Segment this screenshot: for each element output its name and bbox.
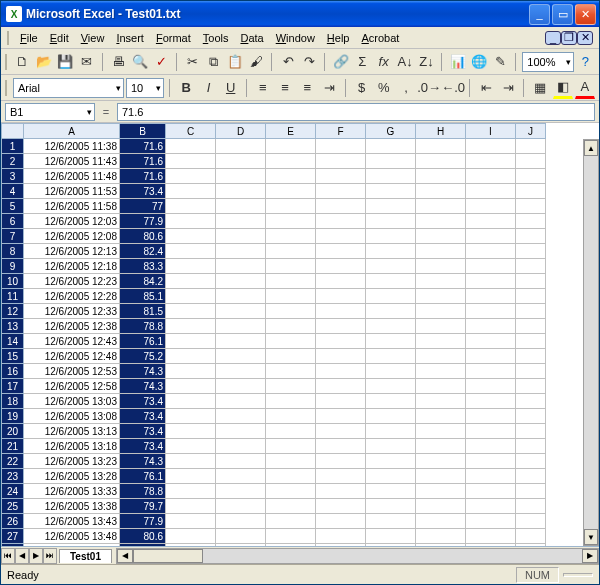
cell[interactable] <box>166 154 216 169</box>
cell[interactable]: 12/6/2005 13:03 <box>24 394 120 409</box>
cell[interactable]: 78.8 <box>120 319 166 334</box>
cell[interactable]: 12/6/2005 13:18 <box>24 439 120 454</box>
cell[interactable] <box>216 409 266 424</box>
cell[interactable]: 12/6/2005 13:48 <box>24 529 120 544</box>
menu-file[interactable]: File <box>14 30 44 46</box>
cell[interactable]: 12/6/2005 12:23 <box>24 274 120 289</box>
cell[interactable]: 73.4 <box>120 409 166 424</box>
cell[interactable] <box>266 469 316 484</box>
cell[interactable] <box>466 169 516 184</box>
cell[interactable] <box>466 469 516 484</box>
cell[interactable]: 76.1 <box>120 469 166 484</box>
cell[interactable] <box>466 229 516 244</box>
cell[interactable] <box>516 304 546 319</box>
cell[interactable] <box>416 229 466 244</box>
cell[interactable] <box>516 454 546 469</box>
cell[interactable] <box>316 334 366 349</box>
cell[interactable]: 12/6/2005 13:13 <box>24 424 120 439</box>
cell[interactable]: 12/6/2005 11:58 <box>24 199 120 214</box>
cell[interactable] <box>216 229 266 244</box>
row-header[interactable]: 25 <box>2 499 24 514</box>
row-header[interactable]: 8 <box>2 244 24 259</box>
cell[interactable] <box>166 259 216 274</box>
cell[interactable]: 12/6/2005 12:58 <box>24 379 120 394</box>
name-box[interactable]: B1 <box>5 103 95 121</box>
cell[interactable] <box>416 274 466 289</box>
cell[interactable] <box>166 544 216 547</box>
print-button[interactable]: 🖶 <box>109 51 128 73</box>
cell[interactable] <box>516 229 546 244</box>
cell[interactable] <box>416 544 466 547</box>
cell[interactable] <box>216 469 266 484</box>
undo-button[interactable]: ↶ <box>278 51 297 73</box>
col-header-F[interactable]: F <box>316 124 366 139</box>
cell[interactable] <box>516 514 546 529</box>
cell[interactable] <box>216 379 266 394</box>
cell[interactable] <box>316 514 366 529</box>
currency-button[interactable]: $ <box>351 77 371 99</box>
scroll-down-button[interactable]: ▼ <box>584 529 598 545</box>
cell[interactable] <box>366 424 416 439</box>
cell[interactable] <box>416 199 466 214</box>
cell[interactable] <box>266 214 316 229</box>
percent-button[interactable]: % <box>374 77 394 99</box>
col-header-B[interactable]: B <box>120 124 166 139</box>
cell[interactable] <box>416 424 466 439</box>
cell[interactable] <box>366 319 416 334</box>
col-header-H[interactable]: H <box>416 124 466 139</box>
cell[interactable] <box>316 259 366 274</box>
cell[interactable] <box>316 349 366 364</box>
cell[interactable] <box>316 469 366 484</box>
cell[interactable] <box>316 379 366 394</box>
format-painter-button[interactable]: 🖌 <box>247 51 266 73</box>
cell[interactable]: 12/6/2005 13:28 <box>24 469 120 484</box>
tab-last-button[interactable]: ⏭ <box>43 548 57 564</box>
comma-button[interactable]: , <box>396 77 416 99</box>
cell[interactable]: 74.3 <box>120 379 166 394</box>
cell[interactable] <box>266 484 316 499</box>
cell[interactable] <box>166 169 216 184</box>
cell[interactable] <box>266 334 316 349</box>
cell[interactable]: 12/6/2005 13:23 <box>24 454 120 469</box>
cell[interactable] <box>366 544 416 547</box>
autosum-button[interactable]: Σ <box>353 51 372 73</box>
cell[interactable]: 12/6/2005 12:38 <box>24 319 120 334</box>
cell[interactable] <box>416 439 466 454</box>
col-header-J[interactable]: J <box>516 124 546 139</box>
bold-button[interactable]: B <box>176 77 196 99</box>
cell[interactable] <box>416 349 466 364</box>
scroll-left-button[interactable]: ◀ <box>117 549 133 563</box>
cell[interactable] <box>166 454 216 469</box>
cell[interactable] <box>166 484 216 499</box>
row-header[interactable]: 17 <box>2 379 24 394</box>
cell[interactable] <box>516 244 546 259</box>
row-header[interactable]: 4 <box>2 184 24 199</box>
cell[interactable] <box>366 529 416 544</box>
cell[interactable] <box>166 139 216 154</box>
cell[interactable] <box>466 274 516 289</box>
cell[interactable] <box>466 439 516 454</box>
cell[interactable] <box>166 319 216 334</box>
cell[interactable] <box>366 289 416 304</box>
row-header[interactable]: 18 <box>2 394 24 409</box>
cell[interactable] <box>266 229 316 244</box>
cell[interactable] <box>366 334 416 349</box>
cell[interactable] <box>166 499 216 514</box>
cell[interactable] <box>416 409 466 424</box>
cell[interactable] <box>366 364 416 379</box>
align-left-button[interactable]: ≡ <box>253 77 273 99</box>
cell[interactable] <box>266 439 316 454</box>
cell[interactable]: 12/6/2005 12:53 <box>24 364 120 379</box>
cell[interactable] <box>216 514 266 529</box>
doc-minimize-button[interactable]: _ <box>545 31 561 45</box>
cell[interactable]: 12/6/2005 12:48 <box>24 349 120 364</box>
scroll-up-button[interactable]: ▲ <box>584 140 598 156</box>
menu-data[interactable]: Data <box>234 30 269 46</box>
cell[interactable] <box>466 319 516 334</box>
row-header[interactable]: 6 <box>2 214 24 229</box>
cell[interactable] <box>216 424 266 439</box>
cell[interactable] <box>416 334 466 349</box>
cell[interactable] <box>266 184 316 199</box>
cell[interactable]: 12/6/2005 13:53 <box>24 544 120 547</box>
cell[interactable] <box>216 544 266 547</box>
